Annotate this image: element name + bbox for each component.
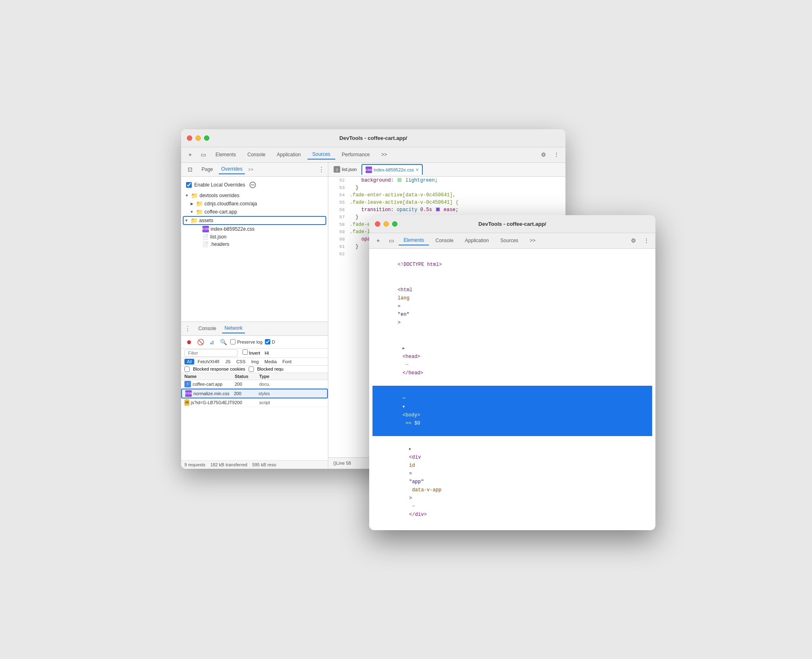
close-tab-icon[interactable]: × (415, 166, 419, 173)
preserve-log-checkbox[interactable] (230, 339, 236, 344)
filter-css[interactable]: CSS (234, 359, 248, 364)
tab-application-back[interactable]: Application (272, 150, 306, 159)
device-toggle-icon-front[interactable]: ▭ (386, 235, 397, 246)
inspect-icon[interactable]: ⌖ (184, 149, 196, 160)
tree-item-devtools-overrides[interactable]: 📁 devtools overrides (183, 191, 326, 200)
sidebar-content: Enable Local Overrides 📁 devtools overri… (181, 177, 328, 322)
html-line-html[interactable]: <html lang = "en" > (372, 277, 652, 335)
traffic-lights-front (375, 221, 397, 227)
filter-fetch-xhr[interactable]: Fetch/XHR (195, 359, 222, 364)
code-line-56: 56 transition: opacity 0.5s ease; (328, 206, 565, 214)
disable-cache-checkbox[interactable] (265, 339, 270, 344)
close-button-front[interactable] (375, 221, 380, 227)
filter-media[interactable]: Media (262, 359, 279, 364)
no-entry-icon[interactable] (249, 182, 256, 188)
filter-font[interactable]: Font (280, 359, 294, 364)
header-type: Type (259, 374, 292, 379)
tree-item-assets[interactable]: 📁 assets (183, 216, 326, 225)
html-line-div-app[interactable]: ▶ <div id = "app" data-v-app > ⋯ </div> (372, 436, 652, 527)
preserve-log-label: Preserve log (237, 340, 262, 344)
network-footer: 9 requests 182 kB transferred 595 kB res… (181, 460, 328, 469)
bottom-panel: ⋮ Console Network ⏺ 🚫 ⊿ 🔍 Preserve log (181, 322, 328, 469)
search-icon-network[interactable]: 🔍 (219, 337, 228, 346)
invert-label: Invert (242, 351, 262, 355)
collapse-arrow-overrides (184, 193, 189, 198)
html-line-doctype[interactable]: <!DOCTYPE html> (372, 252, 652, 277)
filter-all[interactable]: All (184, 359, 194, 364)
sidebar-toggle-icon[interactable]: ⊡ (184, 164, 196, 175)
code-line-53: 53 } (328, 184, 565, 191)
network-type-js: script (259, 400, 292, 405)
enable-overrides-checkbox[interactable] (186, 182, 192, 188)
blocked-requests-checkbox[interactable] (249, 367, 254, 372)
tab-performance-back[interactable]: Performance (337, 150, 375, 159)
filter-js[interactable]: JS (223, 359, 233, 364)
maximize-button-front[interactable] (392, 221, 397, 227)
network-table: Name Status Type ≡ coffee-cart.app 200 d… (181, 373, 328, 460)
header-status: Status (235, 374, 259, 379)
tree-item-cdnjs[interactable]: 📁 cdnjs.cloudflare.com/aja (183, 200, 326, 208)
blocked-cookies-checkbox[interactable] (184, 367, 190, 372)
tab-index-css[interactable]: CSS index-b859522e.css × (361, 164, 423, 175)
tab-list-json[interactable]: {} list.json (330, 164, 361, 175)
console-dots-icon[interactable]: ⋮ (184, 325, 191, 333)
window-title-front: DevTools - coffee-cart.app/ (478, 221, 546, 227)
tab-network-bottom[interactable]: Network (222, 324, 245, 333)
color-swatch-ease (436, 207, 440, 211)
enable-overrides-row: Enable Local Overrides (181, 180, 328, 191)
tab-elements-back[interactable]: Elements (211, 150, 241, 159)
tab-console-bottom[interactable]: Console (196, 324, 219, 333)
html-line-head[interactable]: ▶ <head> ⋯ </head> (372, 335, 652, 386)
html-line-comment1[interactable]: <!-- disable for Core Web Vitals measure… (372, 527, 652, 530)
footer-line-info: Line 58 (336, 461, 351, 466)
gear-icon-front[interactable]: ⚙ (628, 235, 639, 246)
tab-console-back[interactable]: Console (242, 150, 270, 159)
tree-item-css-file[interactable]: CSS index-b859522e.css (183, 225, 326, 233)
tab-page[interactable]: Page (199, 165, 215, 174)
network-toolbar: ⏺ 🚫 ⊿ 🔍 Preserve log D (181, 336, 328, 349)
code-line-55: 55 .fade-leave-active[data-v-0c450641] { (328, 199, 565, 206)
disable-cache-label: D (272, 340, 275, 344)
network-status-js: 200 (235, 400, 259, 405)
gear-icon-back[interactable]: ⚙ (538, 149, 549, 160)
clear-button[interactable]: 🚫 (196, 337, 205, 346)
inspect-icon-front[interactable]: ⌖ (372, 235, 384, 246)
tab-application-front[interactable]: Application (460, 236, 494, 245)
js-icon-gtag: JS (184, 399, 189, 406)
footer-toggle-icon[interactable]: {} (333, 461, 336, 466)
traffic-lights-back (187, 135, 209, 141)
enable-overrides-label: Enable Local Overrides (194, 182, 245, 188)
tab-more-sidebar[interactable]: >> (248, 167, 253, 172)
minimize-button-front[interactable] (384, 221, 389, 227)
filter-img[interactable]: Img (249, 359, 261, 364)
more-icon-back[interactable]: ⋮ (551, 149, 562, 160)
tab-console-front[interactable]: Console (431, 236, 458, 245)
network-row-js[interactable]: JS js?id=G-LB75G4EJT9 200 script (181, 398, 328, 407)
close-button-back[interactable] (187, 135, 192, 141)
record-button[interactable]: ⏺ (184, 337, 193, 346)
maximize-button-back[interactable] (204, 135, 209, 141)
tab-elements-front[interactable]: Elements (399, 236, 429, 245)
device-toggle-icon[interactable]: ▭ (197, 149, 209, 160)
network-type-normalize: styles (258, 391, 291, 396)
tree-item-json-file[interactable]: 📄 list.json (183, 233, 326, 241)
tree-item-coffee-cart[interactable]: 📁 coffee-cart.app (183, 208, 326, 216)
minimize-button-back[interactable] (195, 135, 201, 141)
titlebar-front: DevTools - coffee-cart.app/ (369, 215, 655, 233)
tab-overrides[interactable]: Overrides (219, 164, 245, 174)
tree-item-headers-file[interactable]: 📄 .headers (183, 241, 326, 248)
invert-checkbox[interactable] (242, 349, 248, 355)
filter-icon[interactable]: ⊿ (207, 337, 216, 346)
network-row-coffee-cart[interactable]: ≡ coffee-cart.app 200 docu. (181, 380, 328, 389)
more-icon-front[interactable]: ⋮ (641, 235, 652, 246)
network-filter-input[interactable] (184, 349, 238, 357)
tab-more-back[interactable]: >> (377, 150, 392, 159)
code-line-52: 52 background: lightgreen; (328, 177, 565, 184)
tab-more-front[interactable]: >> (525, 236, 541, 245)
color-swatch-lightgreen (397, 178, 402, 182)
html-line-body[interactable]: ⋯ ▼ <body> == $0 (372, 386, 652, 436)
network-row-normalize[interactable]: CSS normalize.min.css 200 styles (181, 389, 328, 398)
sidebar-more-icon[interactable]: ⋮ (318, 166, 325, 173)
tab-sources-front[interactable]: Sources (496, 236, 523, 245)
tab-sources-back[interactable]: Sources (307, 150, 335, 160)
